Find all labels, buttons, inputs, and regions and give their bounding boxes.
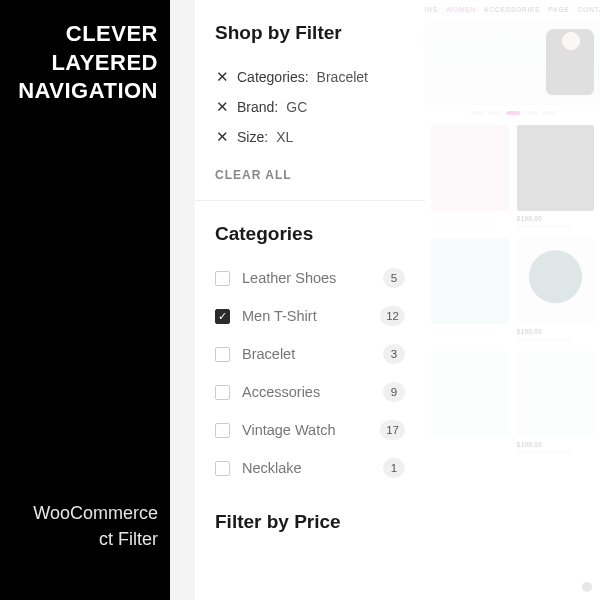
product-desc-placeholder — [517, 225, 571, 228]
product-price: $190.00 — [517, 215, 595, 222]
product-image — [431, 351, 509, 437]
product-card[interactable] — [431, 125, 509, 228]
active-filter-label: Categories: — [237, 69, 309, 85]
preview-category-chips — [425, 105, 600, 125]
preview-hero-banner — [425, 19, 600, 105]
category-count-badge: 17 — [380, 420, 405, 440]
category-label: Men T-Shirt — [242, 308, 317, 324]
product-image — [517, 238, 595, 324]
category-count-badge: 9 — [383, 382, 405, 402]
product-card[interactable]: $190.00 — [517, 125, 595, 228]
checkbox-icon — [215, 423, 230, 438]
category-men-tshirt[interactable]: Men T-Shirt 12 — [215, 297, 405, 335]
active-filter-categories[interactable]: ✕ Categories: Bracelet — [215, 62, 405, 92]
product-desc-placeholder — [517, 451, 571, 454]
category-bracelet[interactable]: Bracelet 3 — [215, 335, 405, 373]
chip[interactable] — [542, 111, 556, 115]
product-image — [517, 351, 595, 437]
categories-list: Leather Shoes 5 Men T-Shirt 12 Bracelet … — [215, 259, 405, 487]
chip[interactable] — [524, 111, 538, 115]
chip[interactable] — [470, 111, 484, 115]
product-tagline: WooCommerce ct Filter — [33, 500, 158, 552]
active-filter-value: GC — [286, 99, 307, 115]
checkbox-checked-icon — [215, 309, 230, 324]
scroll-to-top-button[interactable] — [582, 582, 592, 592]
categories-heading: Categories — [215, 223, 405, 245]
category-label: Vintage Watch — [242, 422, 336, 438]
category-count-badge: 12 — [380, 306, 405, 326]
category-accessories[interactable]: Accessories 9 — [215, 373, 405, 411]
shop-by-filter-heading: Shop by Filter — [215, 22, 405, 44]
product-card[interactable]: $190.00 — [517, 238, 595, 341]
product-name: CLEVER LAYERED NAVIGATION — [18, 20, 158, 106]
checkbox-icon — [215, 461, 230, 476]
tagline-line-1: WooCommerce — [33, 500, 158, 526]
product-price: $190.00 — [517, 328, 595, 335]
nav-item[interactable]: PAGE — [548, 6, 569, 13]
preview-product-grid: $190.00 $190.00 — [425, 125, 600, 466]
active-filter-size[interactable]: ✕ Size: XL — [215, 122, 405, 152]
remove-icon: ✕ — [215, 98, 229, 116]
brand-line-2: LAYERED — [18, 49, 158, 78]
category-label: Bracelet — [242, 346, 295, 362]
active-filter-label: Size: — [237, 129, 268, 145]
category-vintage-watch[interactable]: Vintage Watch 17 — [215, 411, 405, 449]
filter-by-price-heading: Filter by Price — [215, 511, 405, 533]
category-leather-shoes[interactable]: Leather Shoes 5 — [215, 259, 405, 297]
active-filter-value: Bracelet — [317, 69, 368, 85]
category-label: Leather Shoes — [242, 270, 336, 286]
category-count-badge: 3 — [383, 344, 405, 364]
category-necklake[interactable]: Necklake 1 — [215, 449, 405, 487]
nav-item-active[interactable]: WOMEN — [446, 6, 476, 13]
category-count-badge: 5 — [383, 268, 405, 288]
section-divider — [195, 200, 425, 201]
chip[interactable] — [488, 111, 502, 115]
tagline-line-2: ct Filter — [33, 526, 158, 552]
chip-active[interactable] — [506, 111, 520, 115]
product-desc-placeholder — [517, 338, 571, 341]
active-filter-value: XL — [276, 129, 293, 145]
marketing-panel: CLEVER LAYERED NAVIGATION WooCommerce ct… — [0, 0, 170, 600]
screenshot-root: CLEVER LAYERED NAVIGATION WooCommerce ct… — [0, 0, 600, 600]
product-image — [431, 238, 509, 324]
active-filter-brand[interactable]: ✕ Brand: GC — [215, 92, 405, 122]
active-filter-label: Brand: — [237, 99, 278, 115]
checkbox-icon — [215, 271, 230, 286]
storefront-preview: MNS WOMEN ACCESSORIES PAGE CONTA — [425, 0, 600, 600]
remove-icon: ✕ — [215, 68, 229, 86]
preview-top-nav: MNS WOMEN ACCESSORIES PAGE CONTA — [425, 0, 600, 19]
product-card[interactable] — [431, 238, 509, 341]
category-count-badge: 1 — [383, 458, 405, 478]
nav-item[interactable]: CONTA — [578, 6, 600, 13]
product-card[interactable]: $190.00 — [517, 351, 595, 454]
active-filters-list: ✕ Categories: Bracelet ✕ Brand: GC ✕ Siz… — [215, 62, 405, 152]
brand-line-1: CLEVER — [18, 20, 158, 49]
remove-icon: ✕ — [215, 128, 229, 146]
checkbox-icon — [215, 385, 230, 400]
brand-line-3: NAVIGATION — [18, 77, 158, 106]
category-label: Accessories — [242, 384, 320, 400]
hero-model-image — [546, 29, 594, 95]
product-image — [517, 125, 595, 211]
category-label: Necklake — [242, 460, 302, 476]
product-image — [431, 125, 509, 211]
checkbox-icon — [215, 347, 230, 362]
nav-item[interactable]: MNS — [425, 6, 438, 13]
product-price: $190.00 — [517, 441, 595, 448]
nav-item[interactable]: ACCESSORIES — [484, 6, 540, 13]
filter-sidebar: Shop by Filter ✕ Categories: Bracelet ✕ … — [195, 0, 425, 600]
product-card[interactable] — [431, 351, 509, 454]
clear-all-button[interactable]: CLEAR ALL — [215, 168, 405, 182]
